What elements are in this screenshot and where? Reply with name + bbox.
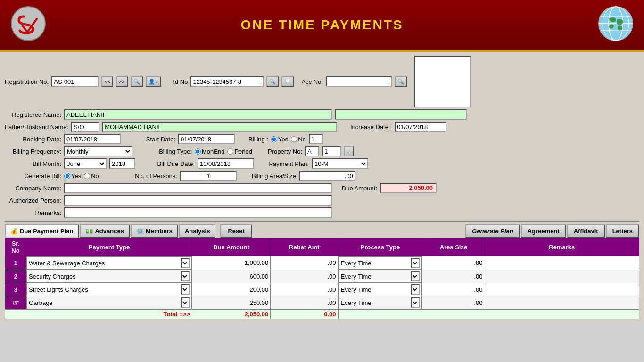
company-name-label: Company Name:: [5, 185, 61, 192]
father-label: Father/Husband Name:: [5, 123, 68, 131]
billing-yes-radio[interactable]: Yes: [271, 136, 288, 143]
total-row: Total =>> 2,050.00 0.00: [5, 310, 639, 319]
sr-no-cell: 3: [5, 283, 26, 296]
remarks-label: Remarks:: [5, 209, 61, 216]
increase-date-input[interactable]: [395, 122, 446, 132]
rebat-cell: .00: [271, 256, 338, 270]
acc-input[interactable]: [326, 76, 392, 87]
bill-due-input[interactable]: [198, 158, 254, 169]
payment-type-dropdown-4[interactable]: ▼: [181, 297, 190, 308]
payment-table: Sr. No Payment Type Due Amount Rebat Amt…: [5, 238, 639, 319]
property-no-a-input[interactable]: [305, 146, 319, 156]
billing-area-input[interactable]: [299, 171, 355, 181]
search-acc-btn[interactable]: 🔍: [395, 76, 407, 87]
generate-bill-label: Generate Bill:: [5, 173, 61, 180]
reset-button[interactable]: Reset: [220, 224, 252, 238]
process-type-cell-active: Every Time ▼: [339, 296, 422, 309]
total-empty: [338, 310, 639, 319]
father-name-input[interactable]: [102, 122, 337, 132]
remarks-input[interactable]: [64, 207, 332, 218]
dollar-icon: 💵: [85, 228, 93, 235]
tab-advances[interactable]: 💵 Advances: [80, 224, 129, 238]
payment-plan-label: Payment Plan:: [262, 160, 309, 167]
bill-month-select[interactable]: June: [64, 158, 107, 169]
table-row: 3 Street Lights Charges ▼ 200.00 .00 Eve…: [5, 283, 639, 296]
billing-type-label: Billing Type:: [154, 148, 192, 155]
remarks-cell[interactable]: [485, 256, 639, 270]
payment-plan-select[interactable]: 10-M: [312, 158, 368, 169]
area-size-cell: .00: [422, 283, 485, 296]
tab-members[interactable]: ⚙️ Members: [131, 224, 178, 238]
property-no-label: Property No:: [260, 148, 302, 155]
billing-num-input[interactable]: [309, 134, 323, 144]
process-type-dropdown-2[interactable]: ▼: [411, 271, 420, 281]
generate-bill-yes[interactable]: Yes: [64, 173, 81, 180]
bill-year-input[interactable]: [109, 158, 135, 169]
page-title: ONE TIME PAYMENTS: [240, 17, 403, 33]
total-label: Total =>>: [5, 310, 192, 319]
payment-type-dropdown-2[interactable]: ▼: [181, 271, 190, 281]
form-row-auth: Authorized Person:: [5, 195, 639, 206]
gen-no-text: No: [91, 173, 99, 180]
billing-type-monend[interactable]: MonEnd: [195, 148, 224, 155]
booking-date-input[interactable]: [64, 134, 121, 144]
col-due-amount: Due Amount: [192, 238, 271, 256]
billing-no-radio[interactable]: No: [291, 136, 306, 143]
nav-next-btn[interactable]: >>: [116, 76, 128, 87]
property-no-num-input[interactable]: [322, 146, 341, 156]
generate-plan-btn[interactable]: Generate Plan: [465, 224, 520, 238]
company-name-input[interactable]: [64, 183, 332, 193]
search-reg-btn[interactable]: 🔍: [131, 76, 143, 87]
process-type-dropdown-1[interactable]: ▼: [411, 258, 420, 268]
rebat-cell: .00: [271, 283, 338, 296]
col-process-type: Process Type: [338, 238, 422, 256]
process-type-dropdown-4[interactable]: ▼: [411, 297, 420, 308]
process-type-cell: Every Time ▼: [339, 270, 422, 283]
billing-no-radio-input[interactable]: [291, 136, 297, 142]
id-input[interactable]: [190, 76, 264, 87]
tab-analysis[interactable]: Analysis: [179, 224, 215, 238]
generate-bill-no[interactable]: No: [84, 173, 99, 180]
registration-input[interactable]: [51, 76, 99, 87]
billing-yes-radio-input[interactable]: [271, 136, 277, 142]
payment-type-dropdown-3[interactable]: ▼: [181, 284, 190, 295]
registered-name-extra-input[interactable]: [335, 109, 467, 120]
tab-due-payment-plan[interactable]: 💰 Due Payment Plan: [5, 224, 79, 238]
payment-type-cell: Water & Sewerage Charges ▼: [26, 256, 192, 270]
remarks-cell[interactable]: [485, 296, 639, 310]
table-row: 1 Water & Sewerage Charges ▼ 1,000.00 .0…: [5, 256, 639, 270]
search-id-btn[interactable]: 🔍: [266, 76, 279, 87]
registered-name-input[interactable]: [64, 109, 332, 120]
due-amount-cell: 200.00: [192, 283, 271, 296]
payment-type-dropdown[interactable]: ▼: [181, 258, 190, 268]
billing-label: Billing :: [242, 136, 268, 143]
col-area-size: Area Size: [422, 238, 485, 256]
billing-type-period[interactable]: Period: [227, 148, 252, 155]
form-row-1: Registration No: << >> 🔍 👤+ Id No 🔍 🏳️ A…: [5, 56, 639, 107]
acc-label: Acc No:: [301, 78, 323, 85]
table-row: ☞ Garbage ▼ 250.00 .00 Every Time ▼ .00: [5, 296, 639, 310]
flag-btn[interactable]: 🏳️: [281, 76, 294, 87]
process-type-dropdown-3[interactable]: ▼: [411, 284, 420, 295]
father-prefix-input[interactable]: [71, 122, 99, 132]
affidavit-btn[interactable]: Affidavit: [567, 224, 605, 238]
remarks-cell[interactable]: [485, 270, 639, 283]
table-row: 2 Security Charges ▼ 600.00 .00 Every Ti…: [5, 270, 639, 283]
booking-date-label: Booking Date:: [5, 136, 61, 143]
tab-bar: 💰 Due Payment Plan 💵 Advances ⚙️ Members…: [5, 221, 639, 238]
nav-prev-btn[interactable]: <<: [101, 76, 113, 87]
start-date-input[interactable]: [178, 134, 235, 144]
area-size-cell: .00: [422, 296, 485, 310]
persons-input[interactable]: [180, 171, 237, 181]
start-date-label: Start Date:: [142, 136, 175, 143]
authorized-input[interactable]: [64, 195, 332, 206]
remarks-cell[interactable]: [485, 283, 639, 296]
agreement-btn[interactable]: Agreement: [521, 224, 566, 238]
billing-freq-select[interactable]: Monthly Quarterly Annually: [64, 146, 132, 156]
col-payment-type: Payment Type: [26, 238, 192, 256]
property-browse-btn[interactable]: ...: [344, 146, 354, 156]
letters-btn[interactable]: Letters: [606, 224, 639, 238]
due-amount-cell: 250.00: [192, 296, 271, 310]
total-rebat: 0.00: [271, 310, 338, 319]
add-reg-btn[interactable]: 👤+: [146, 76, 161, 87]
